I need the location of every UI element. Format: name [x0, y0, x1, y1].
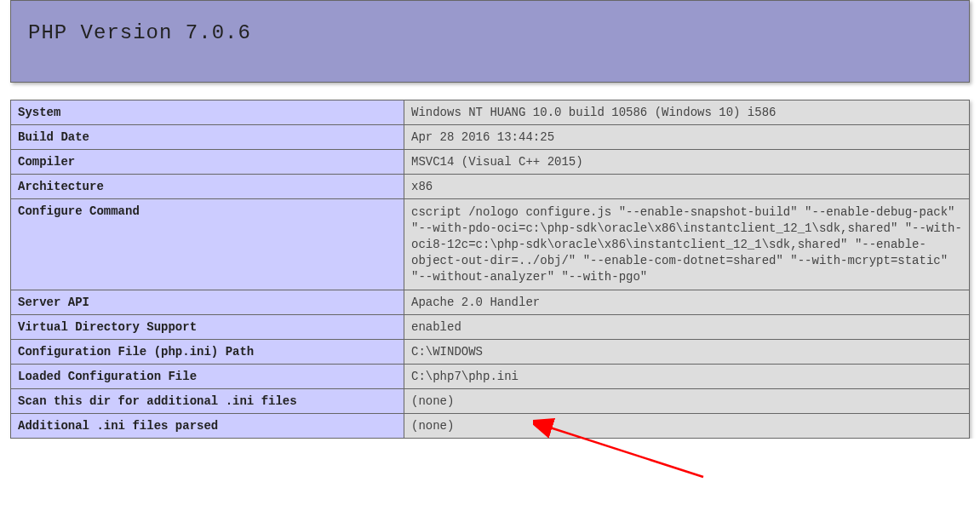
info-label: Scan this dir for additional .ini files — [11, 389, 404, 414]
table-row: Architecturex86 — [11, 175, 970, 199]
table-row: CompilerMSVC14 (Visual C++ 2015) — [11, 150, 970, 175]
info-value: Windows NT HUANG 10.0 build 10586 (Windo… — [404, 100, 970, 125]
info-label: Configuration File (php.ini) Path — [11, 340, 404, 365]
info-value: enabled — [404, 315, 970, 340]
info-label: Configure Command — [11, 199, 404, 290]
info-value: Apache 2.0 Handler — [404, 290, 970, 315]
info-value: cscript /nologo configure.js "--enable-s… — [404, 199, 970, 290]
table-row: Virtual Directory Supportenabled — [11, 315, 970, 340]
info-label: Server API — [11, 290, 404, 315]
info-value: MSVC14 (Visual C++ 2015) — [404, 150, 970, 175]
table-row: SystemWindows NT HUANG 10.0 build 10586 … — [11, 100, 970, 125]
info-value: (none) — [404, 389, 970, 414]
table-row: Build DateApr 28 2016 13:44:25 — [11, 125, 970, 150]
info-label: Virtual Directory Support — [11, 315, 404, 340]
info-label: System — [11, 100, 404, 125]
info-value: C:\php7\php.ini — [404, 365, 970, 389]
phpinfo-table: SystemWindows NT HUANG 10.0 build 10586 … — [10, 100, 970, 439]
page-title: PHP Version 7.0.6 — [28, 21, 952, 44]
table-row: Loaded Configuration FileC:\php7\php.ini — [11, 365, 970, 389]
table-row: Scan this dir for additional .ini files(… — [11, 389, 970, 414]
table-row: Configuration File (php.ini) PathC:\WIND… — [11, 340, 970, 365]
table-row: Configure Commandcscript /nologo configu… — [11, 199, 970, 290]
table-row: Additional .ini files parsed(none) — [11, 414, 970, 439]
info-value: C:\WINDOWS — [404, 340, 970, 365]
info-value: Apr 28 2016 13:44:25 — [404, 125, 970, 150]
table-row: Server APIApache 2.0 Handler — [11, 290, 970, 315]
info-label: Architecture — [11, 175, 404, 199]
info-value: x86 — [404, 175, 970, 199]
info-label: Build Date — [11, 125, 404, 150]
phpinfo-header: PHP Version 7.0.6 — [10, 0, 970, 83]
info-label: Additional .ini files parsed — [11, 414, 404, 439]
info-label: Compiler — [11, 150, 404, 175]
info-value: (none) — [404, 414, 970, 439]
info-label: Loaded Configuration File — [11, 365, 404, 389]
